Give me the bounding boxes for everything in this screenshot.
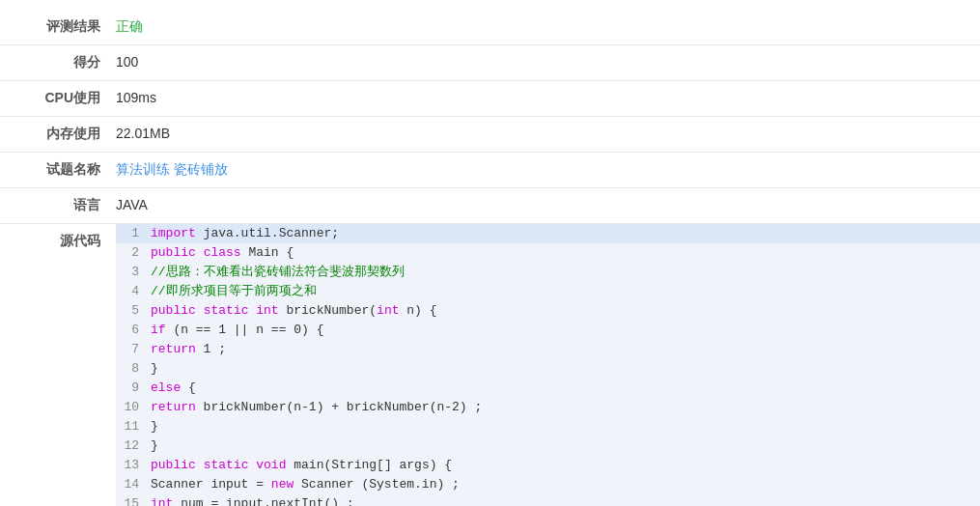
- code-line: 6if (n == 1 || n == 0) {: [116, 321, 980, 340]
- line-content: return brickNumber(n-1) + brickNumber(n-…: [147, 398, 980, 417]
- info-value: 算法训练 瓷砖铺放: [116, 153, 980, 187]
- line-content: int num = input.nextInt() ;: [147, 494, 980, 506]
- info-row: CPU使用109ms: [0, 81, 980, 117]
- code-line: 10return brickNumber(n-1) + brickNumber(…: [116, 398, 980, 417]
- line-number: 8: [116, 359, 147, 379]
- info-row: 语言JAVA: [0, 188, 980, 224]
- line-number: 2: [116, 243, 147, 263]
- source-code-row: 源代码 1import java.util.Scanner;2public cl…: [0, 224, 980, 506]
- code-line: 5public static int brickNumber(int n) {: [116, 301, 980, 321]
- source-code-label: 源代码: [0, 224, 116, 259]
- main-container: 评测结果正确得分100CPU使用109ms内存使用22.01MB试题名称算法训练…: [0, 0, 980, 506]
- code-line: 1import java.util.Scanner;: [116, 224, 980, 243]
- code-lines: 1import java.util.Scanner;2public class …: [116, 224, 980, 506]
- code-line: 12}: [116, 436, 980, 456]
- info-label: 试题名称: [0, 153, 116, 187]
- info-value: 正确: [116, 10, 980, 44]
- line-number: 7: [116, 340, 147, 359]
- line-content: }: [147, 436, 980, 456]
- code-line: 14Scanner input = new Scanner (System.in…: [116, 475, 980, 494]
- code-line: 2public class Main {: [116, 243, 980, 263]
- line-content: public class Main {: [147, 243, 980, 263]
- line-number: 3: [116, 263, 147, 282]
- code-line: 9else {: [116, 379, 980, 398]
- info-value: 22.01MB: [116, 117, 980, 150]
- line-content: public static int brickNumber(int n) {: [147, 301, 980, 321]
- info-label: 评测结果: [0, 10, 116, 44]
- code-line: 15int num = input.nextInt() ;: [116, 494, 980, 506]
- code-line: 11}: [116, 417, 980, 436]
- line-content: else {: [147, 379, 980, 398]
- info-row: 评测结果正确: [0, 10, 980, 45]
- line-number: 11: [116, 417, 147, 436]
- code-line: 13public static void main(String[] args)…: [116, 456, 980, 475]
- code-line: 8}: [116, 359, 980, 379]
- line-number: 14: [116, 475, 147, 494]
- info-label: CPU使用: [0, 81, 116, 116]
- line-content: public static void main(String[] args) {: [147, 456, 980, 475]
- code-line: 4//即所求项目等于前两项之和: [116, 282, 980, 301]
- info-label: 内存使用: [0, 117, 116, 152]
- line-content: }: [147, 417, 980, 436]
- line-content: if (n == 1 || n == 0) {: [147, 321, 980, 340]
- line-number: 9: [116, 379, 147, 398]
- line-number: 6: [116, 321, 147, 340]
- code-area: 1import java.util.Scanner;2public class …: [116, 224, 980, 506]
- line-number: 4: [116, 282, 147, 301]
- line-content: import java.util.Scanner;: [147, 224, 980, 243]
- info-row: 试题名称算法训练 瓷砖铺放: [0, 153, 980, 188]
- info-section: 评测结果正确得分100CPU使用109ms内存使用22.01MB试题名称算法训练…: [0, 10, 980, 224]
- info-row: 内存使用22.01MB: [0, 117, 980, 153]
- line-number: 13: [116, 456, 147, 475]
- line-content: }: [147, 359, 980, 379]
- info-label: 语言: [0, 188, 116, 223]
- info-value: 109ms: [116, 81, 980, 114]
- code-line: 7return 1 ;: [116, 340, 980, 359]
- line-content: //思路：不难看出瓷砖铺法符合斐波那契数列: [147, 263, 980, 282]
- line-number: 10: [116, 398, 147, 417]
- line-number: 5: [116, 301, 147, 321]
- line-content: return 1 ;: [147, 340, 980, 359]
- line-content: //即所求项目等于前两项之和: [147, 282, 980, 301]
- info-value: JAVA: [116, 188, 980, 221]
- info-label: 得分: [0, 45, 116, 80]
- line-content: Scanner input = new Scanner (System.in) …: [147, 475, 980, 494]
- problem-link[interactable]: 算法训练 瓷砖铺放: [116, 161, 228, 177]
- line-number: 1: [116, 224, 147, 243]
- info-row: 得分100: [0, 45, 980, 81]
- line-number: 12: [116, 436, 147, 456]
- code-line: 3//思路：不难看出瓷砖铺法符合斐波那契数列: [116, 263, 980, 282]
- line-number: 15: [116, 494, 147, 506]
- info-value: 100: [116, 45, 980, 78]
